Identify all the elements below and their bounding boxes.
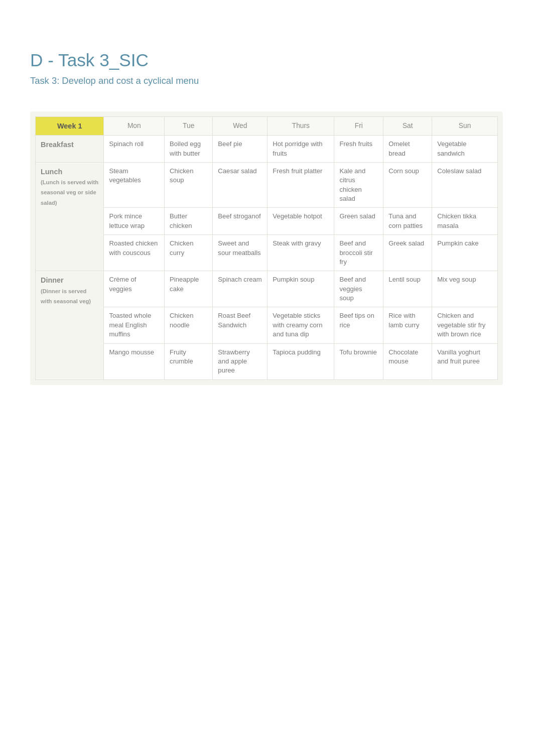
meal-cell: Pineapple cake (165, 271, 213, 307)
col-header-tue: Tue (165, 117, 213, 136)
col-header-fri: Fri (334, 117, 383, 136)
meal-cell: Chicken and vegetable stir fry with brow… (432, 307, 498, 343)
meal-cell: Omelet bread (383, 136, 432, 163)
meal-cell: Crème of veggies (104, 271, 165, 307)
meal-cell: Chicken tikka masala (432, 208, 498, 235)
col-header-sun: Sun (432, 117, 498, 136)
meal-cell: Beef and veggies soup (334, 271, 383, 307)
meal-cell: Kale and citrus chicken salad (334, 162, 383, 208)
meal-cell: Fruity crumble (165, 343, 213, 380)
meal-cell: Tapioca pudding (268, 343, 334, 380)
meal-cell: Chicken soup (165, 162, 213, 208)
meal-cell: Vegetable sandwich (432, 136, 498, 163)
meal-cell: Pork mince lettuce wrap (104, 208, 165, 235)
meal-cell: Greek salad (383, 235, 432, 271)
meal-cell: Tuna and corn patties (383, 208, 432, 235)
meal-cell: Coleslaw salad (432, 162, 498, 208)
meal-cell: Boiled egg with butter (165, 136, 213, 163)
meal-cell: Caesar salad (213, 162, 268, 208)
meal-cell: Chicken noodle (165, 307, 213, 343)
meal-cell: Fresh fruit platter (268, 162, 334, 208)
meal-cell: Beef stroganof (213, 208, 268, 235)
meal-cell: Pumpkin cake (432, 235, 498, 271)
col-header-wed: Wed (213, 117, 268, 136)
meal-cell: Fresh fruits (334, 136, 383, 163)
meal-cell: Chocolate mouse (383, 343, 432, 380)
meal-cell: Beef tips on rice (334, 307, 383, 343)
meal-cell: Steak with gravy (268, 235, 334, 271)
meal-cell: Spinach roll (104, 136, 165, 163)
col-header-mon: Mon (104, 117, 165, 136)
meal-cell: Mix veg soup (432, 271, 498, 307)
menu-table-wrapper: Week 1 Mon Tue Wed Thurs Fri Sat Sun Bre… (30, 111, 503, 385)
meal-cell: Steam vegetables (104, 162, 165, 208)
menu-table: Week 1 Mon Tue Wed Thurs Fri Sat Sun Bre… (35, 116, 498, 380)
page-title: D - Task 3_SIC (30, 50, 503, 70)
section-label-breakfast: Breakfast (36, 136, 104, 163)
meal-cell: Hot porridge with fruits (268, 136, 334, 163)
meal-cell: Roast Beef Sandwich (213, 307, 268, 343)
meal-cell: Tofu brownie (334, 343, 383, 380)
meal-cell: Vegetable sticks with creamy corn and tu… (268, 307, 334, 343)
meal-cell: Spinach cream (213, 271, 268, 307)
section-label-dinner: Dinner(Dinner is served with seasonal ve… (36, 271, 104, 380)
col-header-sat: Sat (383, 117, 432, 136)
meal-cell: Chicken curry (165, 235, 213, 271)
meal-cell: Mango mousse (104, 343, 165, 380)
meal-cell: Green salad (334, 208, 383, 235)
meal-cell: Lentil soup (383, 271, 432, 307)
meal-cell: Pumpkin soup (268, 271, 334, 307)
meal-cell: Rice with lamb curry (383, 307, 432, 343)
meal-cell: Sweet and sour meatballs (213, 235, 268, 271)
meal-cell: Butter chicken (165, 208, 213, 235)
meal-cell: Corn soup (383, 162, 432, 208)
meal-cell: Roasted chicken with couscous (104, 235, 165, 271)
meal-cell: Beef pie (213, 136, 268, 163)
section-label-lunch: Lunch(Lunch is served with seasonal veg … (36, 162, 104, 271)
meal-cell: Vegetable hotpot (268, 208, 334, 235)
meal-cell: Beef and broccoli stir fry (334, 235, 383, 271)
col-header-thurs: Thurs (268, 117, 334, 136)
week-label-header: Week 1 (36, 117, 104, 136)
meal-cell: Toasted whole meal English muffins (104, 307, 165, 343)
page-subtitle: Task 3: Develop and cost a cyclical menu (30, 75, 503, 86)
meal-cell: Vanilla yoghurt and fruit puree (432, 343, 498, 380)
meal-cell: Strawberry and apple puree (213, 343, 268, 380)
